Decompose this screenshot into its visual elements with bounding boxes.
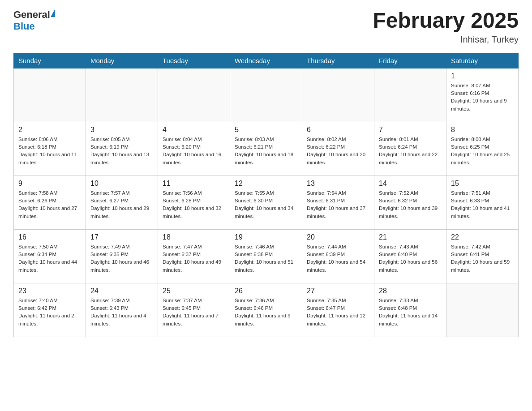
day-header-sunday: Sunday	[14, 53, 86, 68]
calendar-day-cell: 12Sunrise: 7:55 AM Sunset: 6:30 PM Dayli…	[230, 176, 302, 229]
day-info: Sunrise: 7:57 AM Sunset: 6:27 PM Dayligh…	[90, 189, 153, 220]
calendar-day-cell: 1Sunrise: 8:07 AM Sunset: 6:16 PM Daylig…	[446, 68, 519, 122]
calendar-day-cell: 16Sunrise: 7:50 AM Sunset: 6:34 PM Dayli…	[14, 229, 86, 283]
calendar-week-row: 9Sunrise: 7:58 AM Sunset: 6:26 PM Daylig…	[14, 176, 519, 229]
calendar-day-cell: 21Sunrise: 7:43 AM Sunset: 6:40 PM Dayli…	[374, 229, 446, 283]
page-header: General Blue February 2025 Inhisar, Turk…	[13, 9, 519, 45]
calendar-week-row: 1Sunrise: 8:07 AM Sunset: 6:16 PM Daylig…	[14, 68, 519, 122]
calendar-day-cell: 14Sunrise: 7:52 AM Sunset: 6:32 PM Dayli…	[374, 176, 446, 229]
day-header-friday: Friday	[374, 53, 446, 68]
logo-general-part: General	[13, 9, 50, 21]
day-info: Sunrise: 8:05 AM Sunset: 6:19 PM Dayligh…	[90, 136, 153, 167]
day-info: Sunrise: 7:54 AM Sunset: 6:31 PM Dayligh…	[307, 189, 369, 220]
day-info: Sunrise: 8:07 AM Sunset: 6:16 PM Dayligh…	[451, 82, 514, 113]
day-info: Sunrise: 8:06 AM Sunset: 6:18 PM Dayligh…	[18, 136, 81, 167]
calendar-day-cell: 22Sunrise: 7:42 AM Sunset: 6:41 PM Dayli…	[446, 229, 519, 283]
day-number: 28	[379, 287, 442, 295]
day-number: 10	[90, 180, 153, 188]
day-number: 19	[235, 233, 297, 241]
calendar-day-cell	[446, 283, 519, 337]
calendar-week-row: 16Sunrise: 7:50 AM Sunset: 6:34 PM Dayli…	[14, 229, 519, 283]
day-info: Sunrise: 7:51 AM Sunset: 6:33 PM Dayligh…	[451, 189, 514, 220]
calendar-day-cell: 28Sunrise: 7:33 AM Sunset: 6:48 PM Dayli…	[374, 283, 446, 337]
calendar-day-cell: 9Sunrise: 7:58 AM Sunset: 6:26 PM Daylig…	[14, 176, 86, 229]
calendar-day-cell	[158, 68, 230, 122]
day-number: 6	[307, 126, 369, 134]
calendar-day-cell: 18Sunrise: 7:47 AM Sunset: 6:37 PM Dayli…	[158, 229, 230, 283]
day-number: 26	[235, 287, 297, 295]
day-number: 21	[379, 233, 442, 241]
day-info: Sunrise: 8:01 AM Sunset: 6:24 PM Dayligh…	[379, 136, 442, 167]
day-info: Sunrise: 7:35 AM Sunset: 6:47 PM Dayligh…	[307, 297, 369, 328]
day-info: Sunrise: 7:37 AM Sunset: 6:45 PM Dayligh…	[163, 297, 225, 328]
day-info: Sunrise: 7:39 AM Sunset: 6:43 PM Dayligh…	[90, 297, 153, 328]
day-info: Sunrise: 7:49 AM Sunset: 6:35 PM Dayligh…	[90, 243, 153, 274]
day-info: Sunrise: 7:33 AM Sunset: 6:48 PM Dayligh…	[379, 297, 442, 328]
day-info: Sunrise: 7:40 AM Sunset: 6:42 PM Dayligh…	[18, 297, 81, 328]
day-info: Sunrise: 7:50 AM Sunset: 6:34 PM Dayligh…	[18, 243, 81, 274]
day-header-thursday: Thursday	[302, 53, 374, 68]
day-info: Sunrise: 7:58 AM Sunset: 6:26 PM Dayligh…	[18, 189, 81, 220]
day-number: 13	[307, 180, 369, 188]
calendar-day-cell: 2Sunrise: 8:06 AM Sunset: 6:18 PM Daylig…	[14, 122, 86, 176]
day-info: Sunrise: 8:03 AM Sunset: 6:21 PM Dayligh…	[235, 136, 297, 167]
day-number: 12	[235, 180, 297, 188]
calendar-day-cell: 26Sunrise: 7:36 AM Sunset: 6:46 PM Dayli…	[230, 283, 302, 337]
day-number: 3	[90, 126, 153, 134]
calendar-day-cell	[230, 68, 302, 122]
logo-blue-part: Blue	[13, 21, 35, 32]
calendar-day-cell: 10Sunrise: 7:57 AM Sunset: 6:27 PM Dayli…	[86, 176, 158, 229]
calendar-day-cell: 19Sunrise: 7:46 AM Sunset: 6:38 PM Dayli…	[230, 229, 302, 283]
day-number: 16	[18, 233, 81, 241]
day-info: Sunrise: 7:47 AM Sunset: 6:37 PM Dayligh…	[163, 243, 225, 274]
calendar-week-row: 2Sunrise: 8:06 AM Sunset: 6:18 PM Daylig…	[14, 122, 519, 176]
calendar-week-row: 23Sunrise: 7:40 AM Sunset: 6:42 PM Dayli…	[14, 283, 519, 337]
calendar-table: SundayMondayTuesdayWednesdayThursdayFrid…	[13, 53, 519, 337]
day-header-wednesday: Wednesday	[230, 53, 302, 68]
calendar-day-cell: 6Sunrise: 8:02 AM Sunset: 6:22 PM Daylig…	[302, 122, 374, 176]
day-info: Sunrise: 7:56 AM Sunset: 6:28 PM Dayligh…	[163, 189, 225, 220]
day-headers-row: SundayMondayTuesdayWednesdayThursdayFrid…	[14, 53, 519, 68]
day-info: Sunrise: 7:36 AM Sunset: 6:46 PM Dayligh…	[235, 297, 297, 328]
calendar-day-cell: 27Sunrise: 7:35 AM Sunset: 6:47 PM Dayli…	[302, 283, 374, 337]
day-number: 23	[18, 287, 81, 295]
logo: General Blue	[13, 9, 56, 32]
day-number: 4	[163, 126, 225, 134]
calendar-day-cell: 17Sunrise: 7:49 AM Sunset: 6:35 PM Dayli…	[86, 229, 158, 283]
day-number: 17	[90, 233, 153, 241]
day-info: Sunrise: 7:44 AM Sunset: 6:39 PM Dayligh…	[307, 243, 369, 274]
calendar-day-cell: 8Sunrise: 8:00 AM Sunset: 6:25 PM Daylig…	[446, 122, 519, 176]
day-info: Sunrise: 8:04 AM Sunset: 6:20 PM Dayligh…	[163, 136, 225, 167]
calendar-day-cell	[86, 68, 158, 122]
calendar-day-cell: 15Sunrise: 7:51 AM Sunset: 6:33 PM Dayli…	[446, 176, 519, 229]
calendar-day-cell: 24Sunrise: 7:39 AM Sunset: 6:43 PM Dayli…	[86, 283, 158, 337]
day-header-tuesday: Tuesday	[158, 53, 230, 68]
day-number: 25	[163, 287, 225, 295]
calendar-day-cell: 25Sunrise: 7:37 AM Sunset: 6:45 PM Dayli…	[158, 283, 230, 337]
day-info: Sunrise: 7:43 AM Sunset: 6:40 PM Dayligh…	[379, 243, 442, 274]
calendar-day-cell	[374, 68, 446, 122]
calendar-title: February 2025	[373, 9, 519, 33]
logo-triangle-icon	[51, 9, 55, 17]
day-number: 5	[235, 126, 297, 134]
calendar-day-cell: 5Sunrise: 8:03 AM Sunset: 6:21 PM Daylig…	[230, 122, 302, 176]
day-number: 27	[307, 287, 369, 295]
calendar-day-cell: 23Sunrise: 7:40 AM Sunset: 6:42 PM Dayli…	[14, 283, 86, 337]
day-number: 24	[90, 287, 153, 295]
day-info: Sunrise: 7:46 AM Sunset: 6:38 PM Dayligh…	[235, 243, 297, 274]
day-number: 11	[163, 180, 225, 188]
day-number: 8	[451, 126, 514, 134]
calendar-day-cell: 4Sunrise: 8:04 AM Sunset: 6:20 PM Daylig…	[158, 122, 230, 176]
calendar-day-cell: 3Sunrise: 8:05 AM Sunset: 6:19 PM Daylig…	[86, 122, 158, 176]
day-header-saturday: Saturday	[446, 53, 519, 68]
day-number: 1	[451, 72, 514, 80]
calendar-day-cell	[302, 68, 374, 122]
day-header-monday: Monday	[86, 53, 158, 68]
day-info: Sunrise: 7:42 AM Sunset: 6:41 PM Dayligh…	[451, 243, 514, 274]
calendar-day-cell: 11Sunrise: 7:56 AM Sunset: 6:28 PM Dayli…	[158, 176, 230, 229]
day-number: 14	[379, 180, 442, 188]
day-number: 15	[451, 180, 514, 188]
calendar-day-cell: 13Sunrise: 7:54 AM Sunset: 6:31 PM Dayli…	[302, 176, 374, 229]
day-number: 18	[163, 233, 225, 241]
day-info: Sunrise: 7:55 AM Sunset: 6:30 PM Dayligh…	[235, 189, 297, 220]
